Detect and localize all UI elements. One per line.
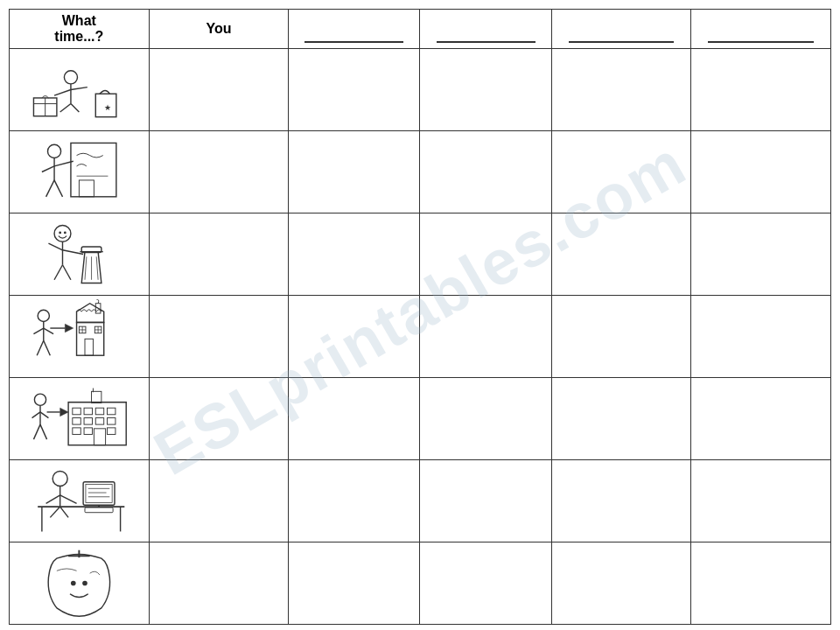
svg-line-26 <box>54 265 62 280</box>
svg-line-16 <box>42 166 54 172</box>
activity-table: What time...? You <box>9 9 831 625</box>
svg-point-20 <box>54 225 71 242</box>
svg-line-38 <box>44 340 51 355</box>
svg-point-51 <box>34 394 46 405</box>
svg-line-27 <box>62 265 70 280</box>
svg-point-22 <box>64 231 66 234</box>
svg-rect-66 <box>107 408 115 415</box>
cell-3-6 <box>289 459 420 542</box>
svg-point-21 <box>59 231 61 234</box>
cell-you-2 <box>149 130 289 213</box>
svg-rect-72 <box>84 428 92 435</box>
cell-you-4 <box>149 295 289 377</box>
svg-rect-84 <box>83 482 115 505</box>
cell-3-3 <box>289 213 420 295</box>
svg-line-80 <box>60 507 68 517</box>
cell-3-1 <box>289 49 420 131</box>
svg-marker-54 <box>60 408 68 416</box>
image-trash <box>10 213 150 295</box>
svg-point-75 <box>52 471 67 486</box>
table-row <box>10 213 831 295</box>
image-computer <box>10 459 150 542</box>
svg-line-5 <box>71 104 79 112</box>
svg-line-56 <box>40 424 47 439</box>
table-row <box>10 542 831 624</box>
cell-5-4 <box>551 295 691 377</box>
svg-point-13 <box>47 144 60 158</box>
svg-line-2 <box>54 89 71 95</box>
cell-6-5 <box>691 377 831 459</box>
cell-5-3 <box>551 213 691 295</box>
image-bag <box>10 542 150 624</box>
svg-rect-68 <box>84 417 92 424</box>
svg-point-33 <box>38 310 49 321</box>
cell-4-1 <box>420 49 551 131</box>
svg-rect-85 <box>86 485 112 503</box>
cell-4-7 <box>420 542 551 624</box>
svg-rect-90 <box>85 508 113 513</box>
svg-rect-71 <box>73 428 80 435</box>
cell-you-5 <box>149 377 289 459</box>
cell-4-3 <box>420 213 551 295</box>
cell-5-7 <box>551 542 691 624</box>
svg-rect-67 <box>73 417 80 424</box>
svg-line-30 <box>85 256 87 279</box>
svg-text:★: ★ <box>104 102 111 112</box>
svg-line-32 <box>96 256 98 279</box>
cell-5-5 <box>551 377 691 459</box>
svg-line-77 <box>46 495 60 503</box>
col-header-3 <box>289 10 420 49</box>
svg-line-37 <box>37 340 44 355</box>
cell-3-4 <box>289 295 420 377</box>
page: ESLprintables.com What time...? You <box>0 0 840 630</box>
header-row: What time...? You <box>10 10 831 49</box>
svg-rect-74 <box>94 429 105 445</box>
svg-marker-36 <box>65 324 73 332</box>
svg-rect-73 <box>107 428 115 435</box>
svg-line-4 <box>60 104 71 112</box>
cell-6-6 <box>691 459 831 542</box>
svg-line-39 <box>33 328 43 334</box>
svg-line-40 <box>44 328 53 334</box>
table-row <box>10 459 831 542</box>
col-header-5 <box>551 10 691 49</box>
cell-you-6 <box>149 459 289 542</box>
image-open-presents: ★ <box>10 49 150 131</box>
svg-rect-59 <box>68 402 126 445</box>
svg-line-78 <box>60 495 77 503</box>
cell-6-7 <box>691 542 831 624</box>
svg-line-57 <box>32 412 39 418</box>
col-header-6 <box>691 10 831 49</box>
cell-5-6 <box>551 459 691 542</box>
svg-line-58 <box>40 412 48 418</box>
svg-rect-19 <box>79 180 94 197</box>
col-header-what-time: What time...? <box>10 10 150 49</box>
svg-line-17 <box>46 180 54 197</box>
svg-point-93 <box>71 581 76 586</box>
cell-6-2 <box>691 130 831 213</box>
svg-line-79 <box>50 507 60 517</box>
svg-rect-43 <box>85 339 93 355</box>
table-row <box>10 377 831 459</box>
table-row <box>10 295 831 377</box>
svg-line-18 <box>54 180 62 197</box>
table-row <box>10 130 831 213</box>
col-header-you: You <box>149 10 289 49</box>
svg-marker-41 <box>76 304 103 323</box>
cell-4-2 <box>420 130 551 213</box>
image-go-school <box>10 377 150 459</box>
cell-6-4 <box>691 295 831 377</box>
table-row: ★ <box>10 49 831 131</box>
svg-point-94 <box>82 581 88 586</box>
svg-rect-61 <box>91 391 101 402</box>
svg-line-25 <box>48 243 62 250</box>
cell-4-6 <box>420 459 551 542</box>
col-header-4 <box>420 10 551 49</box>
image-painting <box>10 130 150 213</box>
image-go-home <box>10 295 150 377</box>
cell-you-3 <box>149 213 289 295</box>
cell-3-5 <box>289 377 420 459</box>
svg-rect-64 <box>84 408 92 415</box>
cell-4-4 <box>420 295 551 377</box>
cell-you-1 <box>149 49 289 131</box>
